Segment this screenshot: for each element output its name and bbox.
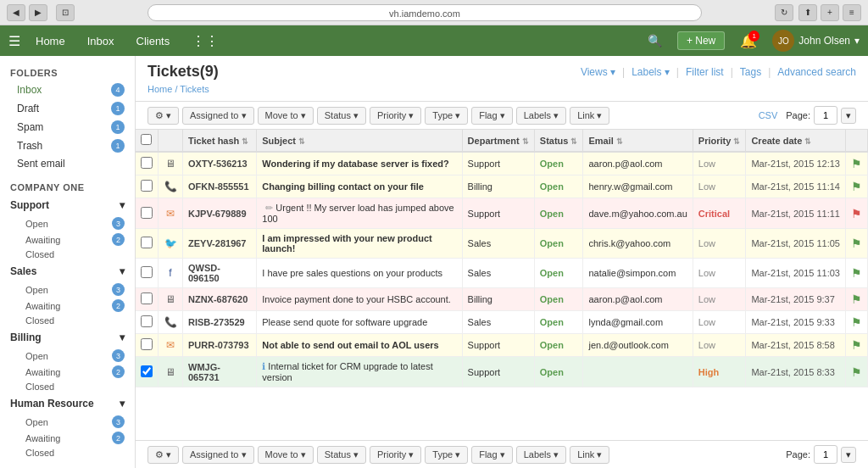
- csv-link[interactable]: CSV: [759, 110, 778, 120]
- flag-icon[interactable]: ⚑: [851, 365, 862, 379]
- ticket-subject[interactable]: Urgent !! My server load has jumped abov…: [262, 203, 453, 224]
- move-to-button[interactable]: Move to ▾: [258, 107, 314, 125]
- status-button[interactable]: Status ▾: [317, 107, 366, 125]
- support-open[interactable]: Open 3: [0, 215, 135, 231]
- header-ticket-hash[interactable]: Ticket hash ⇅: [183, 130, 257, 152]
- row-checkbox[interactable]: [141, 338, 153, 350]
- ticket-subject[interactable]: Invoice payment done to your HSBC accoun…: [262, 294, 451, 304]
- row-checkbox[interactable]: [141, 180, 153, 192]
- advanced-search-link[interactable]: Advanced search: [777, 66, 856, 78]
- sidebar-item-inbox[interactable]: Inbox 4: [0, 81, 135, 99]
- hr-awaiting[interactable]: Awaiting 2: [0, 430, 135, 446]
- ticket-subject[interactable]: I have pre sales questions on your produ…: [262, 268, 442, 278]
- flag-button[interactable]: Flag ▾: [471, 107, 512, 125]
- header-subject[interactable]: Subject ⇅: [257, 130, 462, 152]
- flag-icon[interactable]: ⚑: [851, 338, 862, 352]
- share-button[interactable]: ⬆: [798, 4, 817, 21]
- sidebar-item-sent[interactable]: Sent email: [0, 155, 135, 172]
- flag-icon[interactable]: ⚑: [851, 266, 862, 280]
- bottom-link-button[interactable]: Link ▾: [570, 446, 609, 464]
- nav-clients[interactable]: Clients: [130, 35, 177, 47]
- hr-closed[interactable]: Closed: [0, 446, 135, 460]
- ticket-subject[interactable]: Wondering if my database server is fixed…: [262, 159, 448, 169]
- row-checkbox[interactable]: [141, 207, 153, 219]
- header-status[interactable]: Status ⇅: [534, 130, 583, 152]
- sales-open[interactable]: Open 3: [0, 281, 135, 298]
- header-priority[interactable]: Priority ⇅: [693, 130, 746, 152]
- ticket-hash[interactable]: QWSD-096150: [188, 263, 220, 283]
- views-link[interactable]: Views ▾: [581, 66, 615, 78]
- type-button[interactable]: Type ▾: [425, 107, 468, 125]
- bottom-page-nav[interactable]: ▾: [841, 447, 856, 463]
- bottom-labels-button[interactable]: Labels ▾: [516, 446, 566, 464]
- header-email[interactable]: Email ⇅: [583, 130, 693, 152]
- page-next-button[interactable]: ▾: [841, 108, 856, 124]
- ticket-subject[interactable]: Changing billing contact on your file: [262, 181, 424, 192]
- sidebar-item-draft[interactable]: Draft 1: [0, 99, 135, 118]
- bottom-page-input[interactable]: [814, 445, 837, 464]
- ticket-subject[interactable]: Not able to send out email to AOL users: [262, 340, 438, 350]
- ticket-hash[interactable]: WMJG-065731: [188, 362, 220, 382]
- ticket-hash[interactable]: ZEYV-281967: [188, 238, 247, 248]
- select-all-checkbox[interactable]: [141, 134, 152, 145]
- ticket-hash[interactable]: OXTY-536213: [188, 159, 248, 169]
- back-button[interactable]: ◀: [7, 4, 25, 21]
- hr-group[interactable]: Human Resource ▾: [0, 393, 135, 414]
- hamburger-menu[interactable]: ☰: [8, 33, 20, 49]
- row-checkbox[interactable]: [141, 315, 153, 327]
- flag-icon[interactable]: ⚑: [851, 292, 862, 306]
- labels-button[interactable]: Labels ▾: [516, 107, 566, 125]
- new-tab-button[interactable]: +: [821, 4, 839, 21]
- sales-group[interactable]: Sales ▾: [0, 261, 135, 281]
- billing-open[interactable]: Open 3: [0, 348, 135, 364]
- assigned-to-button[interactable]: Assigned to ▾: [182, 107, 254, 125]
- nav-home[interactable]: Home: [29, 35, 72, 47]
- header-department[interactable]: Department ⇅: [462, 130, 534, 152]
- notifications-bell[interactable]: 🔔 1: [740, 33, 757, 49]
- ticket-hash[interactable]: RISB-273529: [188, 317, 245, 327]
- gear-button[interactable]: ⚙ ▾: [147, 107, 179, 125]
- row-checkbox[interactable]: [141, 157, 153, 169]
- priority-button[interactable]: Priority ▾: [370, 107, 421, 125]
- ticket-hash[interactable]: OFKN-855551: [188, 181, 249, 192]
- bottom-status-button[interactable]: Status ▾: [317, 446, 366, 464]
- row-checkbox[interactable]: [141, 365, 153, 377]
- nav-search-icon[interactable]: 🔍: [648, 34, 662, 47]
- billing-awaiting[interactable]: Awaiting 2: [0, 364, 135, 380]
- row-checkbox[interactable]: [141, 266, 153, 278]
- bottom-gear-button[interactable]: ⚙ ▾: [147, 446, 179, 464]
- ticket-hash[interactable]: NZNX-687620: [188, 294, 248, 304]
- hr-open[interactable]: Open 3: [0, 414, 135, 430]
- billing-closed[interactable]: Closed: [0, 380, 135, 393]
- sidebar-item-spam[interactable]: Spam 1: [0, 118, 135, 136]
- flag-icon[interactable]: ⚑: [851, 157, 862, 170]
- window-icon[interactable]: ⊡: [56, 4, 75, 21]
- edit-icon[interactable]: ✏: [265, 203, 273, 213]
- breadcrumb-home[interactable]: Home: [147, 84, 172, 94]
- nav-grid-icon[interactable]: ⋮⋮: [185, 33, 225, 49]
- ticket-subject[interactable]: ℹ Internal ticket for CRM upgrade to lat…: [262, 361, 432, 382]
- bottom-flag-button[interactable]: Flag ▾: [471, 446, 512, 464]
- page-input[interactable]: [814, 106, 837, 125]
- bottom-assigned-button[interactable]: Assigned to ▾: [182, 446, 254, 464]
- link-button[interactable]: Link ▾: [570, 107, 609, 125]
- bottom-type-button[interactable]: Type ▾: [425, 446, 468, 464]
- support-awaiting[interactable]: Awaiting 2: [0, 231, 135, 248]
- ticket-hash[interactable]: KJPV-679889: [188, 209, 247, 219]
- row-checkbox[interactable]: [141, 292, 153, 304]
- menu-button[interactable]: ≡: [843, 4, 861, 21]
- flag-icon[interactable]: ⚑: [851, 180, 862, 193]
- billing-group[interactable]: Billing ▾: [0, 327, 135, 348]
- sales-awaiting[interactable]: Awaiting 2: [0, 298, 135, 314]
- ticket-hash[interactable]: PURR-073793: [188, 340, 249, 350]
- user-menu[interactable]: JO John Olsen ▾: [772, 30, 860, 52]
- address-bar[interactable]: vh.iamdemo.com: [147, 4, 702, 21]
- forward-button[interactable]: ▶: [29, 4, 47, 21]
- support-group[interactable]: Support ▾: [0, 195, 135, 215]
- bottom-priority-button[interactable]: Priority ▾: [370, 446, 421, 464]
- flag-icon[interactable]: ⚑: [851, 315, 862, 329]
- tags-link[interactable]: Tags: [740, 66, 761, 78]
- bottom-move-button[interactable]: Move to ▾: [258, 446, 314, 464]
- flag-icon[interactable]: ⚑: [851, 237, 862, 250]
- row-checkbox[interactable]: [141, 237, 153, 248]
